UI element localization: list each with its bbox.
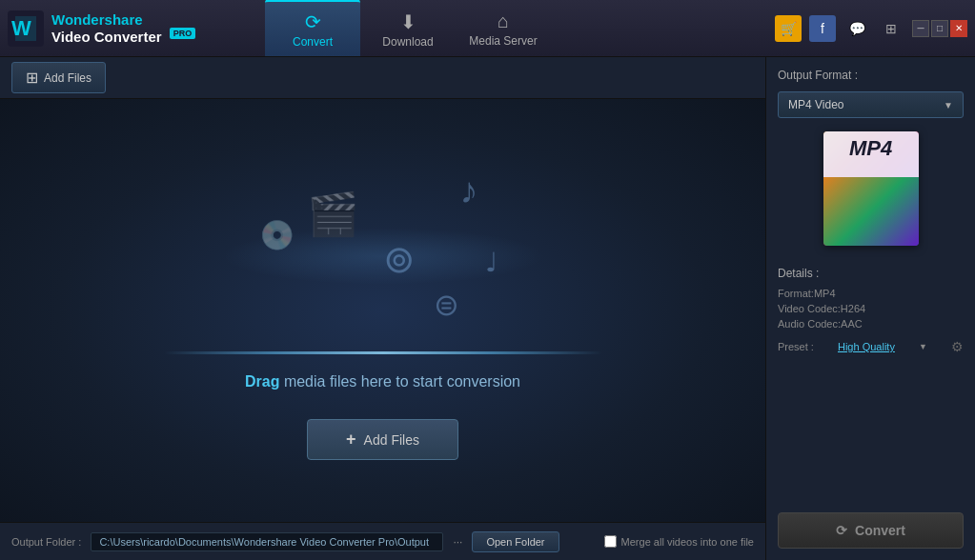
preset-arrow-icon: ▼ — [919, 342, 927, 351]
format-name: MP4 Video — [788, 98, 944, 111]
content-area: ⊞ Add Files 🎬 ♪ 💿 ⊚ ♩ ⊜ Drag media files… — [0, 57, 975, 560]
maximize-button[interactable]: □ — [931, 20, 948, 37]
mp4-preview: MP4 — [823, 131, 919, 246]
preset-row: Preset : High Quality ▼ ⚙ — [778, 339, 964, 354]
movie-icon: ⊜ — [434, 287, 459, 323]
close-button[interactable]: ✕ — [950, 20, 967, 37]
music-icon: ♪ — [460, 170, 478, 211]
tab-convert[interactable]: ⟳ Convert — [265, 0, 360, 56]
detail-video-codec: Video Codec:H264 — [778, 303, 964, 314]
cart-icon[interactable]: 🛒 — [775, 15, 802, 42]
drag-text: Drag media files here to start conversio… — [245, 373, 520, 390]
add-files-button[interactable]: ⊞ Add Files — [11, 62, 106, 93]
logo-area: W Wondershare Video Converter PRO — [8, 10, 265, 47]
main-panel: ⊞ Add Files 🎬 ♪ 💿 ⊚ ♩ ⊜ Drag media files… — [0, 57, 765, 560]
tabs-area: ⟳ Convert ⬇ Download ⌂ Media Server — [265, 0, 775, 56]
dropdown-arrow-icon: ▼ — [944, 100, 953, 110]
horizontal-glow — [164, 351, 602, 354]
app-logo: W — [8, 10, 44, 47]
detail-format: Format:MP4 — [778, 288, 964, 299]
note-icon: ♩ — [485, 247, 498, 278]
facebook-icon[interactable]: f — [809, 15, 836, 42]
output-folder-label: Output Folder : — [11, 536, 81, 548]
media-server-tab-icon: ⌂ — [498, 10, 509, 32]
mp4-preview-inner: MP4 — [823, 131, 919, 246]
preset-label: Preset : — [778, 341, 814, 352]
right-panel: Output Format : MP4 Video ▼ MP4 Details … — [765, 57, 975, 560]
disc-icon: 💿 — [259, 218, 295, 251]
format-dropdown[interactable]: MP4 Video ▼ — [778, 91, 964, 118]
tab-download[interactable]: ⬇ Download — [360, 0, 456, 56]
settings-icon[interactable]: ⚙ — [951, 339, 964, 354]
output-path-field[interactable]: C:\Users\ricardo\Documents\Wondershare V… — [91, 532, 443, 551]
output-format-label: Output Format : — [778, 69, 964, 82]
film-icon: 🎬 — [307, 190, 359, 239]
chat-icon[interactable]: 💬 — [843, 15, 870, 42]
mp4-film-strip — [823, 177, 919, 246]
share-icon[interactable]: ⊞ — [878, 15, 904, 42]
convert-tab-icon: ⟳ — [305, 10, 321, 33]
ellipsis-button[interactable]: ··· — [453, 535, 462, 549]
window-controls: ─ □ ✕ — [912, 20, 967, 37]
app-name: Wondershare Video Converter PRO — [51, 11, 195, 46]
drop-zone: 🎬 ♪ 💿 ⊚ ♩ ⊜ Drag media files here to sta… — [0, 99, 765, 522]
center-add-files-button[interactable]: + Add Files — [307, 419, 458, 460]
open-folder-button[interactable]: Open Folder — [472, 531, 559, 552]
preset-value[interactable]: High Quality — [838, 341, 895, 352]
bottom-bar: Output Folder : C:\Users\ricardo\Documen… — [0, 522, 765, 560]
svg-text:W: W — [11, 16, 31, 40]
title-bar: W Wondershare Video Converter PRO ⟳ Conv… — [0, 0, 975, 57]
download-tab-icon: ⬇ — [400, 10, 416, 33]
mp4-label: MP4 — [849, 136, 892, 161]
merge-checkbox[interactable] — [604, 535, 617, 548]
drop-icons-area: 🎬 ♪ 💿 ⊚ ♩ ⊜ — [212, 161, 555, 351]
detail-audio-codec: Audio Codec:AAC — [778, 318, 964, 330]
center-add-icon: + — [346, 430, 356, 450]
minimize-button[interactable]: ─ — [912, 20, 929, 37]
header-toolbar-icons: 🛒 f 💬 ⊞ — [775, 15, 904, 42]
add-files-icon: ⊞ — [26, 69, 38, 87]
details-title: Details : — [778, 267, 964, 280]
top-toolbar: ⊞ Add Files — [0, 57, 765, 99]
merge-checkbox-area: Merge all videos into one file — [604, 535, 754, 548]
tab-media-server[interactable]: ⌂ Media Server — [456, 0, 551, 56]
disc2-icon: ⊚ — [383, 237, 416, 281]
convert-button-icon: ⟳ — [836, 523, 847, 538]
details-section: Details : Format:MP4 Video Codec:H264 Au… — [778, 267, 964, 503]
convert-button[interactable]: ⟳ Convert — [778, 512, 964, 549]
